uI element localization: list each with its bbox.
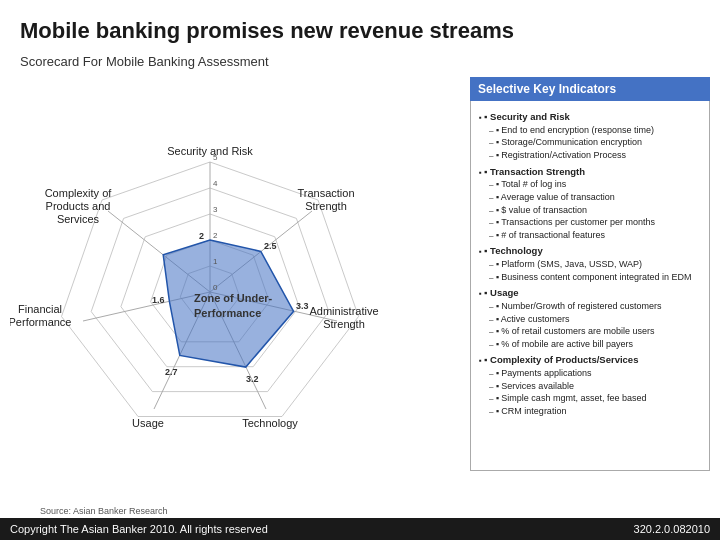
grid-label-3: 3	[213, 205, 218, 214]
val-transstr: 2.5	[264, 241, 277, 251]
label-finperf-2: Performance	[10, 316, 71, 328]
grid-label-1: 1	[213, 257, 218, 266]
zone-label-1: Zone of Under-	[194, 292, 273, 304]
radar-chart: .grid-line { fill: #ddd; stroke: #999; s…	[10, 77, 430, 487]
val-tech: 3.2	[246, 374, 259, 384]
val-security: 2	[199, 231, 204, 241]
label-finperf: Financial	[18, 303, 62, 315]
footer-left: Copyright The Asian Banker 2010. All rig…	[10, 523, 268, 535]
val-usage: 2.7	[165, 367, 178, 377]
zone-label-2: Performance	[194, 307, 261, 319]
indicators-header: Selective Key Indicators	[470, 77, 710, 101]
source-text: Source: Asian Banker Research	[20, 504, 188, 518]
label-transstr: Transaction	[297, 187, 354, 199]
label-complex-2: Products and	[46, 200, 111, 212]
subtitle: Scorecard For Mobile Banking Assessment	[0, 50, 720, 77]
indicators-panel: Selective Key Indicators ▪ Security and …	[470, 77, 710, 518]
footer: Copyright The Asian Banker 2010. All rig…	[0, 518, 720, 540]
val-adminstr: 3.3	[296, 301, 309, 311]
label-transstr-2: Strength	[305, 200, 347, 212]
label-complex: Complexity of	[45, 187, 113, 199]
content-area: .grid-line { fill: #ddd; stroke: #999; s…	[0, 77, 720, 518]
header: Mobile banking promises new revenue stre…	[0, 0, 720, 50]
page-title: Mobile banking promises new revenue stre…	[20, 18, 700, 44]
footer-right: 320.2.0.082010	[634, 523, 710, 535]
grid-label-4: 4	[213, 179, 218, 188]
label-adminstr-2: Strength	[323, 318, 365, 330]
indicators-body: ▪ Security and Risk▪ End to end encrypti…	[470, 101, 710, 471]
label-adminstr: Administrative	[309, 305, 378, 317]
label-tech: Technology	[242, 417, 298, 429]
label-security: Security and Risk	[167, 145, 253, 157]
label-usage: Usage	[132, 417, 164, 429]
grid-label-0: 0	[213, 283, 218, 292]
chart-area: .grid-line { fill: #ddd; stroke: #999; s…	[10, 77, 464, 518]
main-container: Mobile banking promises new revenue stre…	[0, 0, 720, 540]
label-complex-3: Services	[57, 213, 100, 225]
val-finperf: 1.6	[152, 295, 165, 305]
grid-label-2: 2	[213, 231, 218, 240]
